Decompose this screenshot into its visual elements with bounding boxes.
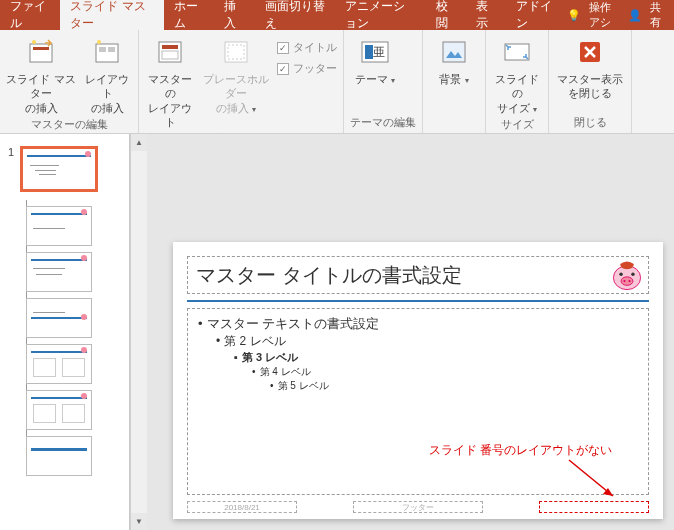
group-master-layout: マスターの レイアウト プレースホルダー の挿入 ▾ ✓タイトル ✓フッター マ… [139,30,344,133]
tab-view[interactable]: 表示 [466,0,506,30]
group-edit-master: スライド マスター の挿入 レイアウト の挿入 マスターの編集 [0,30,139,133]
svg-rect-3 [96,44,118,62]
thumb-number: 1 [8,146,16,158]
master-layout-button[interactable]: マスターの レイアウト [145,34,195,129]
date-placeholder[interactable]: 2018/8/21 [187,501,297,513]
tab-review[interactable]: 校閲 [426,0,466,30]
master-layout-icon [154,36,186,68]
svg-point-2 [32,40,36,44]
group-size: スライドの サイズ ▾ サイズ [486,30,549,133]
thumbnail-panel[interactable]: 1 [0,134,130,530]
scroll-down-icon[interactable]: ▼ [131,513,147,530]
thumbnail-layout[interactable] [26,298,92,338]
ribbon-body: スライド マスター の挿入 レイアウト の挿入 マスターの編集 マスターの レイ… [0,30,674,134]
thumb-scrollbar[interactable]: ▲ ▼ [130,134,147,530]
svg-rect-15 [443,42,465,62]
body-level3: 第 3 レベル [234,350,638,365]
body-level1: マスター テキストの書式設定 [198,315,638,333]
svg-point-20 [623,280,625,282]
body-level4: 第 4 レベル [252,365,638,379]
thumbnail-layout[interactable] [26,344,92,384]
title-checkbox[interactable]: ✓タイトル [277,40,337,55]
insert-slide-master-icon [25,36,57,68]
tab-home[interactable]: ホーム [164,0,214,30]
chevron-down-icon: ▾ [465,76,469,85]
insert-layout-button[interactable]: レイアウト の挿入 [82,34,132,115]
group-label-edit-master: マスターの編集 [6,115,132,135]
annotation-arrow-icon [565,456,625,504]
group-label-close: 閉じる [555,113,625,133]
close-icon [574,36,606,68]
tab-insert[interactable]: 挿入 [214,0,254,30]
tab-transition[interactable]: 画面切り替え [255,0,336,30]
group-edit-theme: 亜 テーマ ▾ テーマの編集 [344,30,423,133]
title-text: マスター タイトルの書式設定 [196,262,462,289]
tab-slide-master[interactable]: スライド マスター [60,0,164,30]
tell-me-icon: 💡 [567,9,581,22]
tell-me[interactable]: 操作アシ [589,0,621,30]
footer-checkbox[interactable]: ✓フッター [277,61,337,76]
insert-placeholder-icon [220,36,252,68]
thumbnail-layout[interactable] [26,390,92,430]
thumbnail-master[interactable] [20,146,98,192]
insert-placeholder-button[interactable]: プレースホルダー の挿入 ▾ [201,34,271,115]
svg-text:亜: 亜 [373,45,385,59]
insert-slide-master-button[interactable]: スライド マスター の挿入 [6,34,76,115]
theme-icon: 亜 [359,36,391,68]
svg-rect-0 [30,44,52,62]
group-label-edit-theme: テーマの編集 [350,113,416,133]
body-level5: 第 5 レベル [270,379,638,393]
svg-point-6 [97,40,101,44]
workspace: 1 ▲ ▼ マスター タイトルの書式設定 [0,134,674,530]
chevron-down-icon: ▾ [252,105,256,114]
ribbon-tabs: ファイル スライド マスター ホーム 挿入 画面切り替え アニメーション 校閲 … [0,0,674,30]
svg-rect-5 [108,47,115,52]
chevron-down-icon: ▾ [391,76,395,85]
insert-layout-icon [91,36,123,68]
theme-button[interactable]: 亜 テーマ ▾ [350,34,400,86]
tab-animation[interactable]: アニメーション [335,0,426,30]
tab-addin[interactable]: アドイン [506,0,566,30]
body-level2: 第 2 レベル [216,333,638,350]
footer-placeholder[interactable]: フッター [353,501,483,513]
background-button[interactable]: 背景 ▾ [429,34,479,86]
close-master-button[interactable]: マスター表示 を閉じる [555,34,625,101]
svg-point-23 [631,273,634,276]
share-icon[interactable]: 👤 [628,9,642,22]
scroll-up-icon[interactable]: ▲ [131,134,147,151]
slide-size-icon [501,36,533,68]
chevron-down-icon: ▾ [533,105,537,114]
thumbnail-layout[interactable] [26,206,92,246]
group-label-size: サイズ [492,115,542,135]
group-close: マスター表示 を閉じる 閉じる [549,30,632,133]
background-icon [438,36,470,68]
slide-canvas[interactable]: マスター タイトルの書式設定 マスター テキストの書式設定 第 2 レベル 第 … [147,134,674,530]
thumbnail-layout[interactable] [26,252,92,292]
svg-rect-8 [162,45,178,49]
pig-icon [610,259,644,293]
svg-point-19 [621,277,633,286]
svg-point-21 [628,280,630,282]
svg-rect-4 [99,47,106,52]
svg-point-22 [619,273,622,276]
share-button[interactable]: 共有 [650,0,666,30]
title-placeholder[interactable]: マスター タイトルの書式設定 [187,256,649,294]
thumbnail-layout[interactable] [26,436,92,476]
svg-rect-13 [365,45,373,59]
svg-rect-1 [33,47,49,50]
title-underline [187,300,649,302]
group-background: 背景 ▾ . [423,30,486,133]
tab-file[interactable]: ファイル [0,0,60,30]
slide-size-button[interactable]: スライドの サイズ ▾ [492,34,542,115]
